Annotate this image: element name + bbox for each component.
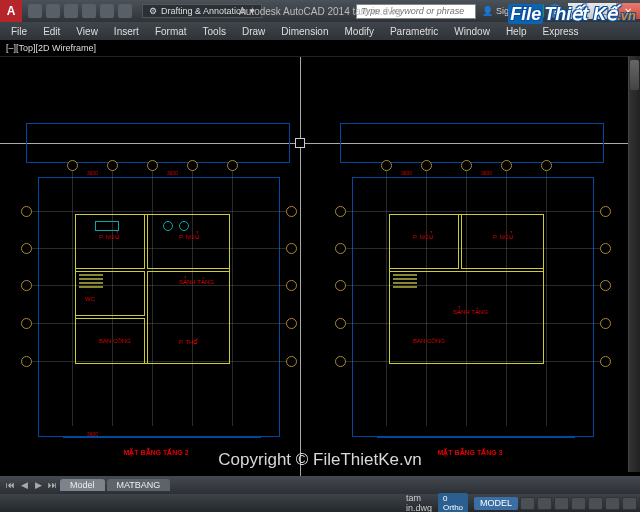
- exchange-icon[interactable]: [530, 4, 544, 18]
- titleblock-top: [26, 123, 290, 163]
- status-grid-icon[interactable]: [520, 497, 535, 510]
- maximize-button[interactable]: ❐: [592, 3, 616, 19]
- room-label: P. NGỦ: [179, 233, 199, 240]
- tab-matbang[interactable]: MATBANG: [107, 479, 171, 491]
- furniture: [95, 221, 119, 231]
- menu-modify[interactable]: Modify: [338, 25, 381, 38]
- menu-insert[interactable]: Insert: [107, 25, 146, 38]
- quick-access-toolbar: [28, 4, 132, 18]
- status-model-badge[interactable]: MODEL: [474, 497, 518, 510]
- close-button[interactable]: ✕: [616, 3, 640, 19]
- status-osnap-icon[interactable]: [588, 497, 603, 510]
- layout-tabs: ⏮ ◀ ▶ ⏭ Model MATBANG: [0, 476, 640, 494]
- tab-last-icon[interactable]: ⏭: [46, 479, 58, 491]
- gridline: [345, 211, 601, 212]
- dimension: 3600: [167, 170, 178, 176]
- grid-bubble: [600, 206, 611, 217]
- grid-bubble: [286, 356, 297, 367]
- status-ortho-icon[interactable]: [554, 497, 569, 510]
- viewport-controls-row: [–][Top][2D Wireframe]: [0, 40, 640, 56]
- grid-bubble: [286, 206, 297, 217]
- redo-icon[interactable]: [100, 4, 114, 18]
- stair: [79, 278, 103, 280]
- menu-bar: File Edit View Insert Format Tools Draw …: [0, 22, 640, 40]
- title-bar: A ⚙ Drafting & Annotation ▾ Autodesk Aut…: [0, 0, 640, 22]
- gear-icon: ⚙: [149, 6, 157, 16]
- drawing-canvas[interactable]: P. NGỦ P. NGỦ WC SẢNH TẦNG BAN CÔNG P. T…: [0, 56, 640, 486]
- status-polar-icon[interactable]: [571, 497, 586, 510]
- tab-prev-icon[interactable]: ◀: [18, 479, 30, 491]
- room-label: BAN CÔNG: [413, 338, 445, 344]
- grid-bubble: [600, 356, 611, 367]
- gridline: [31, 211, 287, 212]
- tab-model[interactable]: Model: [60, 479, 105, 491]
- menu-draw[interactable]: Draw: [235, 25, 272, 38]
- sign-in-button[interactable]: 👤 Sign In: [482, 6, 524, 16]
- tab-next-icon[interactable]: ▶: [32, 479, 44, 491]
- workspace-label: Drafting & Annotation: [161, 6, 246, 16]
- plan-title: MẶT BẰNG TẦNG 2: [123, 449, 188, 457]
- status-otrack-icon[interactable]: [605, 497, 620, 510]
- room-outline: [461, 214, 544, 269]
- menu-express[interactable]: Express: [535, 25, 585, 38]
- room-label: BAN CÔNG: [99, 338, 131, 344]
- room-label: P. THỜ: [179, 338, 198, 345]
- open-icon[interactable]: [46, 4, 60, 18]
- status-snap-icon[interactable]: [537, 497, 552, 510]
- help-icon[interactable]: ?: [548, 4, 562, 18]
- status-ortho[interactable]: 0 Ortho: [438, 493, 468, 512]
- room-outline: [147, 214, 230, 269]
- status-toggles: MODEL: [474, 497, 640, 510]
- stair: [79, 286, 103, 288]
- gridline: [546, 170, 547, 426]
- status-dyn-icon[interactable]: [622, 497, 637, 510]
- menu-format[interactable]: Format: [148, 25, 194, 38]
- tab-first-icon[interactable]: ⏮: [4, 479, 16, 491]
- stair: [393, 278, 417, 280]
- save-icon[interactable]: [64, 4, 78, 18]
- stair: [79, 282, 103, 284]
- room-label: SẢNH TẦNG: [179, 278, 214, 285]
- undo-icon[interactable]: [82, 4, 96, 18]
- menu-help[interactable]: Help: [499, 25, 534, 38]
- menu-tools[interactable]: Tools: [196, 25, 233, 38]
- gridline: [72, 170, 73, 426]
- menu-edit[interactable]: Edit: [36, 25, 67, 38]
- title-underline: [377, 437, 575, 438]
- gridline: [232, 170, 233, 426]
- menu-parametric[interactable]: Parametric: [383, 25, 445, 38]
- crosshair-vertical: [300, 57, 301, 486]
- print-icon[interactable]: [118, 4, 132, 18]
- status-left: tam in.dwg 0 Ortho: [0, 493, 474, 512]
- menu-view[interactable]: View: [69, 25, 105, 38]
- crosshair-pickbox: [295, 138, 305, 148]
- dimension: 3600: [401, 170, 412, 176]
- minimize-button[interactable]: —: [568, 3, 592, 19]
- stair: [393, 282, 417, 284]
- window-controls: — ❐ ✕: [568, 3, 640, 19]
- window-title: Autodesk AutoCAD 2014 tam in.dwg: [239, 6, 401, 17]
- menu-window[interactable]: Window: [447, 25, 497, 38]
- dimension: 3600: [87, 170, 98, 176]
- user-icon: 👤: [482, 6, 493, 16]
- stair: [393, 286, 417, 288]
- viewport-label[interactable]: [–][Top][2D Wireframe]: [6, 43, 96, 53]
- new-icon[interactable]: [28, 4, 42, 18]
- vertical-scrollbar[interactable]: [628, 56, 640, 472]
- grid-bubble: [600, 280, 611, 291]
- menu-file[interactable]: File: [4, 25, 34, 38]
- room-label: P. NGỦ: [493, 233, 513, 240]
- title-underline: [63, 437, 261, 438]
- room-label: P. NGỦ: [413, 233, 433, 240]
- furniture: [163, 221, 173, 231]
- room-label: WC: [85, 296, 95, 302]
- dimension: 3600: [481, 170, 492, 176]
- furniture: [179, 221, 189, 231]
- grid-bubble: [286, 243, 297, 254]
- menu-dimension[interactable]: Dimension: [274, 25, 335, 38]
- grid-bubble: [286, 318, 297, 329]
- app-logo[interactable]: A: [0, 0, 22, 22]
- scrollbar-thumb[interactable]: [630, 60, 639, 90]
- room-label: SẢNH TẦNG: [453, 308, 488, 315]
- plan-frame: P. NGỦ P. NGỦ SẢNH TẦNG BAN CÔNG 3600 36…: [352, 177, 594, 437]
